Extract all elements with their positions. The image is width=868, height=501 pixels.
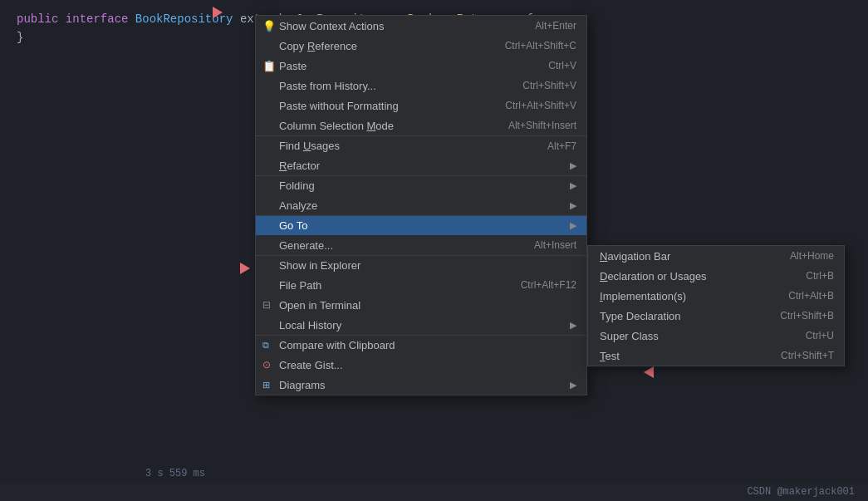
shortcut-copy-reference: Ctrl+Alt+Shift+C: [505, 40, 576, 52]
menu-label-diagrams: Diagrams: [279, 379, 563, 391]
submenu-shortcut-super-class: Ctrl+U: [806, 330, 834, 341]
paste-icon: 📋: [262, 60, 276, 72]
arrow-indicator-goto: [240, 263, 250, 278]
menu-label-go-to: Go To: [279, 219, 563, 232]
submenu-label-type-declaration: Type Declaration: [600, 310, 763, 322]
menu-item-generate[interactable]: Generate... Alt+Insert: [256, 235, 586, 255]
submenu-label-test: Test: [600, 350, 764, 362]
menu-item-paste-without-formatting[interactable]: Paste without Formatting Ctrl+Alt+Shift+…: [256, 96, 586, 115]
submenu-arrow-diagrams: ▶: [570, 380, 576, 390]
diagrams-icon: ⊞: [262, 380, 270, 390]
menu-item-column-selection-mode[interactable]: Column Selection Mode Alt+Shift+Insert: [256, 115, 586, 135]
menu-item-go-to[interactable]: Go To ▶: [256, 215, 586, 235]
menu-label-paste-from-history: Paste from History...: [279, 80, 506, 92]
menu-item-show-context-actions[interactable]: 💡 Show Context Actions Alt+Enter: [256, 16, 586, 36]
menu-label-local-history: Local History: [279, 319, 563, 332]
menu-label-file-path: File Path: [279, 279, 504, 292]
menu-item-create-gist[interactable]: ⊙ Create Gist...: [256, 355, 586, 375]
compare-icon: ⧉: [262, 340, 269, 351]
shortcut-file-path: Ctrl+Alt+F12: [521, 279, 576, 291]
menu-item-show-in-explorer[interactable]: Show in Explorer: [256, 255, 586, 275]
shortcut-generate: Alt+Insert: [534, 239, 576, 251]
menu-label-copy-reference: Copy Reference: [279, 40, 488, 52]
menu-label-compare-with-clipboard: Compare with Clipboard: [279, 339, 576, 351]
context-menu: 💡 Show Context Actions Alt+Enter Copy Re…: [255, 15, 587, 395]
submenu-label-navigation-bar: Navigation Bar: [600, 250, 773, 263]
shortcut-paste-from-history: Ctrl+Shift+V: [522, 80, 576, 91]
menu-label-column-selection-mode: Column Selection Mode: [279, 120, 492, 132]
shortcut-column-selection-mode: Alt+Shift+Insert: [508, 120, 576, 131]
submenu-arrow-folding: ▶: [570, 180, 576, 191]
shortcut-show-context-actions: Alt+Enter: [535, 20, 576, 32]
menu-label-paste-without-formatting: Paste without Formatting: [279, 100, 488, 112]
submenu-label-super-class: Super Class: [600, 330, 789, 342]
shortcut-paste-without-formatting: Ctrl+Alt+Shift+V: [505, 100, 576, 111]
goto-submenu: Navigation Bar Alt+Home Declaration or U…: [587, 245, 845, 366]
menu-item-refactor[interactable]: Refactor ▶: [256, 155, 586, 175]
arrow-indicator-code: [213, 7, 223, 22]
shortcut-paste: Ctrl+V: [548, 60, 576, 71]
menu-label-folding: Folding: [279, 179, 563, 192]
menu-item-open-in-terminal[interactable]: ⊟ Open in Terminal: [256, 295, 586, 315]
menu-label-paste: Paste: [279, 60, 532, 72]
bulb-icon: 💡: [262, 20, 276, 32]
submenu-item-type-declaration[interactable]: Type Declaration Ctrl+Shift+B: [588, 306, 844, 326]
submenu-arrow-go-to: ▶: [570, 220, 576, 231]
menu-label-show-in-explorer: Show in Explorer: [279, 259, 576, 272]
submenu-shortcut-navigation-bar: Alt+Home: [790, 250, 834, 262]
watermark-text: CSDN @makerjack001: [747, 486, 855, 498]
submenu-shortcut-type-declaration: Ctrl+Shift+B: [780, 310, 834, 322]
submenu-item-test[interactable]: Test Ctrl+Shift+T: [588, 346, 844, 366]
menu-label-show-context-actions: Show Context Actions: [279, 20, 518, 32]
submenu-item-navigation-bar[interactable]: Navigation Bar Alt+Home: [588, 246, 844, 266]
menu-label-refactor: Refactor: [279, 160, 563, 172]
submenu-item-implementations[interactable]: Implementation(s) Ctrl+Alt+B: [588, 286, 844, 306]
menu-item-copy-reference[interactable]: Copy Reference Ctrl+Alt+Shift+C: [256, 36, 586, 56]
menu-item-local-history[interactable]: Local History ▶: [256, 315, 586, 335]
submenu-shortcut-declaration-or-usages: Ctrl+B: [806, 270, 834, 282]
submenu-label-declaration-or-usages: Declaration or Usages: [600, 270, 789, 282]
submenu-label-implementations: Implementation(s): [600, 290, 772, 302]
submenu-arrow-local-history: ▶: [570, 320, 576, 331]
timer-display: 3 s 559 ms: [145, 468, 205, 479]
menu-label-find-usages: Find Usages: [279, 140, 531, 152]
menu-label-generate: Generate...: [279, 239, 517, 252]
menu-item-file-path[interactable]: File Path Ctrl+Alt+F12: [256, 275, 586, 295]
submenu-arrow-analyze: ▶: [570, 200, 576, 211]
menu-item-diagrams[interactable]: ⊞ Diagrams ▶: [256, 375, 586, 395]
menu-label-analyze: Analyze: [279, 199, 563, 212]
arrow-indicator-test: [644, 366, 654, 382]
menu-label-create-gist: Create Gist...: [279, 359, 576, 371]
gist-icon: ⊙: [262, 359, 271, 371]
menu-item-find-usages[interactable]: Find Usages Alt+F7: [256, 135, 586, 155]
menu-item-paste-from-history[interactable]: Paste from History... Ctrl+Shift+V: [256, 76, 586, 96]
status-bar: CSDN @makerjack001: [0, 483, 868, 501]
terminal-icon: ⊟: [262, 299, 271, 311]
menu-item-compare-with-clipboard[interactable]: ⧉ Compare with Clipboard: [256, 335, 586, 355]
submenu-shortcut-implementations: Ctrl+Alt+B: [788, 290, 834, 302]
shortcut-find-usages: Alt+F7: [547, 140, 576, 152]
menu-item-folding[interactable]: Folding ▶: [256, 175, 586, 195]
submenu-shortcut-test: Ctrl+Shift+T: [781, 350, 834, 361]
menu-label-open-in-terminal: Open in Terminal: [279, 299, 576, 312]
submenu-arrow-refactor: ▶: [570, 160, 576, 171]
submenu-item-declaration-or-usages[interactable]: Declaration or Usages Ctrl+B: [588, 266, 844, 286]
menu-item-analyze[interactable]: Analyze ▶: [256, 195, 586, 215]
menu-item-paste[interactable]: 📋 Paste Ctrl+V: [256, 56, 586, 76]
submenu-item-super-class[interactable]: Super Class Ctrl+U: [588, 326, 844, 346]
